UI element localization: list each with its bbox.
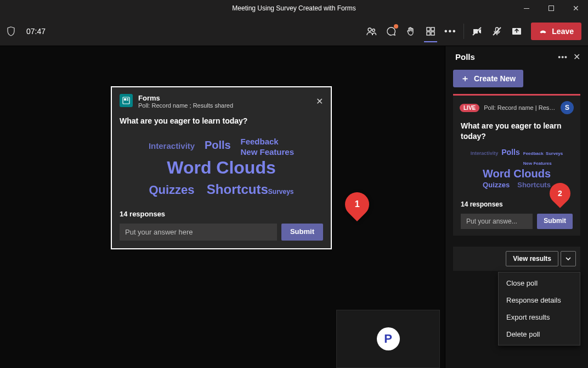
side-word-newfeatures: New Features bbox=[523, 161, 552, 166]
word-surveys: Surveys bbox=[268, 188, 294, 196]
shield-icon bbox=[7, 26, 15, 36]
svg-rect-3 bbox=[431, 27, 434, 31]
menu-delete-poll[interactable]: Delete poll bbox=[499, 326, 580, 343]
participant-avatar: P bbox=[377, 327, 400, 350]
view-results-row: View results bbox=[453, 247, 580, 271]
live-badge: LIVE bbox=[460, 104, 479, 112]
view-results-dropdown[interactable] bbox=[561, 251, 576, 266]
author-avatar: S bbox=[561, 101, 574, 114]
meeting-stage: Forms Poll: Record name ; Results shared… bbox=[0, 46, 445, 368]
minimize-button[interactable] bbox=[514, 0, 539, 16]
annotation-marker-1: 1 bbox=[340, 187, 374, 221]
panel-title: Polls bbox=[455, 52, 558, 62]
side-word-feedback: Feedback bbox=[523, 151, 544, 156]
side-word-shortcuts: Shortcuts bbox=[517, 181, 551, 189]
menu-export-results[interactable]: Export results bbox=[499, 309, 580, 326]
close-window-button[interactable]: ✕ bbox=[563, 0, 588, 16]
separator bbox=[463, 24, 464, 39]
svg-point-0 bbox=[368, 28, 371, 31]
side-answer-input[interactable] bbox=[461, 214, 533, 229]
word-newfeatures: New Features bbox=[241, 147, 295, 157]
participant-tile[interactable]: P bbox=[336, 310, 440, 368]
word-cloud: Interactivity Polls Feedback New Feature… bbox=[120, 133, 323, 208]
svg-rect-5 bbox=[431, 32, 434, 35]
window-controls: ✕ bbox=[514, 0, 588, 16]
meeting-timer: 07:47 bbox=[26, 27, 46, 36]
side-word-quizzes: Quizzes bbox=[483, 181, 510, 189]
menu-close-poll[interactable]: Close poll bbox=[499, 275, 580, 292]
polls-panel: Polls ••• ✕ ＋ Create New LIVE Poll: Reco… bbox=[445, 46, 588, 368]
create-new-label: Create New bbox=[474, 74, 516, 83]
side-poll-card: LIVE Poll: Record name | Results s... S … bbox=[453, 94, 580, 236]
answer-input[interactable] bbox=[120, 224, 277, 241]
side-word-polls: Polls bbox=[501, 148, 519, 157]
maximize-button[interactable] bbox=[539, 0, 563, 16]
side-question: What are you eager to learn today? bbox=[461, 121, 573, 142]
meeting-toolbar: 07:47 ••• Leave bbox=[0, 16, 588, 46]
word-wordclouds: Word Clouds bbox=[167, 158, 276, 177]
poll-question: What are you eager to learn today? bbox=[120, 116, 323, 125]
window-title: Meeting Using Survey Created with Forms bbox=[232, 4, 355, 12]
submit-button[interactable]: Submit bbox=[281, 224, 323, 241]
forms-app-icon bbox=[120, 94, 133, 107]
svg-rect-10 bbox=[124, 98, 126, 101]
side-submit-button[interactable]: Submit bbox=[537, 214, 573, 229]
view-results-button[interactable]: View results bbox=[506, 251, 558, 266]
camera-off-icon[interactable] bbox=[467, 21, 487, 41]
panel-more-icon[interactable]: ••• bbox=[558, 53, 568, 62]
mic-off-icon[interactable] bbox=[487, 21, 507, 41]
side-word-surveys: Surveys bbox=[546, 151, 563, 156]
svg-rect-2 bbox=[427, 27, 430, 31]
poll-card: Forms Poll: Record name ; Results shared… bbox=[111, 86, 332, 249]
plus-icon: ＋ bbox=[461, 74, 470, 83]
word-quizzes: Quizzes bbox=[149, 183, 194, 197]
notification-dot-icon bbox=[394, 24, 398, 29]
poll-subtitle: Poll: Record name ; Results shared bbox=[138, 102, 233, 109]
svg-rect-12 bbox=[127, 100, 128, 101]
hangup-icon bbox=[539, 27, 547, 36]
poll-app-name: Forms bbox=[138, 94, 233, 102]
chat-icon[interactable] bbox=[381, 21, 401, 41]
svg-rect-4 bbox=[427, 32, 430, 35]
side-word-cloud: Interactivity Polls Feedback Surveys New… bbox=[461, 147, 573, 193]
svg-point-1 bbox=[372, 29, 375, 31]
apps-icon[interactable] bbox=[421, 21, 440, 41]
word-shortcuts: Shortcuts bbox=[207, 182, 268, 197]
word-feedback: Feedback bbox=[241, 137, 279, 146]
create-new-button[interactable]: ＋ Create New bbox=[453, 70, 523, 87]
titlebar: Meeting Using Survey Created with Forms … bbox=[0, 0, 588, 16]
side-subtitle: Poll: Record name | Results s... bbox=[484, 104, 556, 111]
side-word-wordclouds: Word Clouds bbox=[483, 168, 551, 180]
side-word-interactivity: Interactivity bbox=[471, 150, 499, 156]
close-poll-icon[interactable]: ✕ bbox=[316, 94, 323, 107]
word-polls: Polls bbox=[205, 139, 231, 151]
leave-button[interactable]: Leave bbox=[531, 23, 581, 40]
raise-hand-icon[interactable] bbox=[401, 21, 421, 41]
share-screen-icon[interactable] bbox=[507, 21, 527, 41]
poll-actions-menu: Close poll Response details Export resul… bbox=[498, 272, 580, 345]
response-count: 14 responses bbox=[120, 210, 323, 218]
leave-label: Leave bbox=[552, 27, 574, 36]
people-icon[interactable] bbox=[361, 21, 381, 41]
panel-close-icon[interactable]: ✕ bbox=[573, 52, 580, 62]
svg-rect-11 bbox=[127, 98, 128, 99]
chevron-down-icon bbox=[565, 255, 572, 262]
more-icon[interactable]: ••• bbox=[440, 21, 460, 41]
word-interactivity: Interactivity bbox=[149, 141, 195, 150]
annotation-marker-2: 2 bbox=[550, 183, 570, 204]
menu-response-details[interactable]: Response details bbox=[499, 292, 580, 309]
